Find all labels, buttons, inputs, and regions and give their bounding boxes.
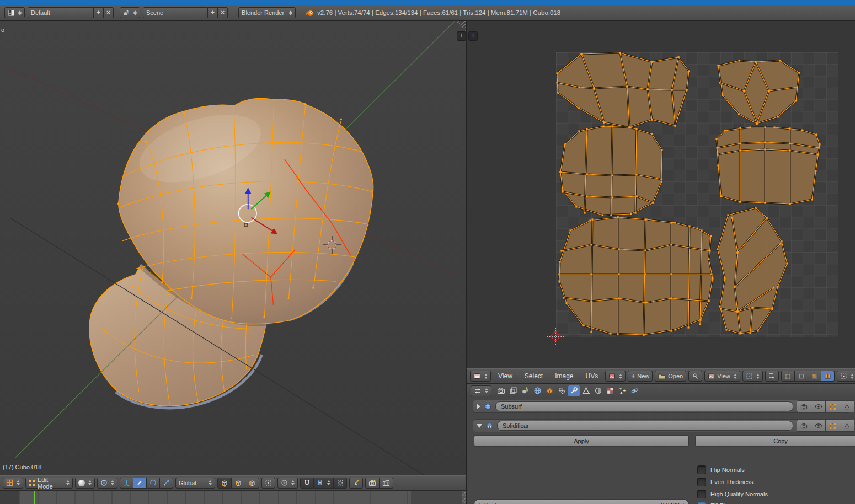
scene-browse-button[interactable] xyxy=(120,7,140,18)
face-select-mode-button[interactable] xyxy=(245,478,259,489)
editor-type-button[interactable] xyxy=(4,7,25,18)
modifier-name-field[interactable]: Solidificar xyxy=(497,421,793,431)
modifier-render-toggle[interactable] xyxy=(797,420,811,432)
tab-texture[interactable] xyxy=(605,385,616,396)
tab-render[interactable] xyxy=(495,385,507,396)
modifier-cage-toggle[interactable] xyxy=(840,420,854,432)
uv-island-brim[interactable] xyxy=(557,53,689,127)
modifier-panel-solidify[interactable]: Solidificar xyxy=(473,419,851,432)
menu-select[interactable]: Select xyxy=(520,369,548,383)
limit-to-visible-button[interactable] xyxy=(261,478,275,489)
tab-modifiers[interactable] xyxy=(568,385,580,396)
modifier-viewport-toggle[interactable] xyxy=(811,400,826,412)
open-image-button[interactable]: Open xyxy=(655,371,686,382)
uv-face-select-button[interactable] xyxy=(808,371,821,382)
uv-image-editor[interactable]: + xyxy=(466,21,855,368)
snap-toggle-button[interactable] xyxy=(300,478,314,489)
apply-modifier-button[interactable]: Apply xyxy=(474,435,689,447)
screen-layout-value: Default xyxy=(31,9,50,16)
pin-image-button[interactable] xyxy=(688,371,702,382)
tab-material[interactable] xyxy=(592,385,604,396)
high-quality-normals-row[interactable]: High Quality Normals xyxy=(697,489,768,500)
modifier-render-toggle[interactable] xyxy=(797,400,811,412)
copy-modifier-button[interactable]: Copy xyxy=(695,435,855,447)
current-frame-marker[interactable] xyxy=(34,491,35,504)
add-layout-button[interactable]: + xyxy=(94,7,104,18)
flip-normals-checkbox[interactable] xyxy=(697,465,706,474)
tab-object-data[interactable] xyxy=(580,385,592,396)
render-animation-button[interactable] xyxy=(380,478,393,489)
sticky-selection-select[interactable] xyxy=(837,371,855,382)
screen-layout-field[interactable]: Default xyxy=(28,7,94,18)
3d-viewport[interactable]: o (17) Cubo.018 + xyxy=(0,21,466,475)
uv-face-icon xyxy=(811,373,818,380)
manipulator-rotate-toggle[interactable] xyxy=(147,478,160,489)
new-image-button[interactable]: + New xyxy=(628,371,653,382)
region-resize-grip[interactable] xyxy=(462,492,466,503)
delete-layout-button[interactable]: × xyxy=(104,7,114,18)
uv-edge-select-button[interactable] xyxy=(795,371,808,382)
manipulator-scale-toggle[interactable] xyxy=(160,478,173,489)
fill-rim-checkbox[interactable]: ✓ xyxy=(697,501,706,504)
render-engine-select[interactable]: Blender Render xyxy=(238,7,296,18)
vertex-select-mode-button[interactable] xyxy=(217,478,232,489)
tab-scene[interactable] xyxy=(520,385,531,396)
uv-island-back-strip[interactable] xyxy=(718,208,787,334)
tab-object[interactable] xyxy=(544,385,555,396)
pivot-icon xyxy=(100,479,108,486)
manipulator-translate-toggle[interactable] xyxy=(133,478,147,489)
manipulator-axis-toggle[interactable] xyxy=(120,478,133,489)
tab-constraints[interactable] xyxy=(556,385,568,396)
add-scene-button[interactable]: + xyxy=(208,7,218,18)
pivot-point-select[interactable] xyxy=(97,478,117,489)
fill-rim-row[interactable]: ✓ Fill Rim xyxy=(697,500,731,504)
proportional-edit-select[interactable] xyxy=(277,478,298,489)
image-datablock-select[interactable] xyxy=(605,371,626,382)
tab-render-layers[interactable] xyxy=(507,385,519,396)
transform-orientation-select[interactable]: Global xyxy=(175,478,215,489)
tab-physics[interactable] xyxy=(629,385,640,396)
snap-peel-button[interactable] xyxy=(349,478,363,489)
thickness-field[interactable]: Thickness: 0.0400 xyxy=(474,499,689,504)
modifier-editmode-toggle[interactable] xyxy=(826,400,840,412)
modifier-name-field[interactable]: Subsurf xyxy=(495,401,793,411)
edge-select-mode-button[interactable] xyxy=(232,478,245,489)
menu-uvs[interactable]: UVs xyxy=(581,369,603,383)
toolshelf-expand-button[interactable]: + xyxy=(457,31,466,41)
uv-island-side-panel[interactable] xyxy=(560,126,662,215)
uv-island-band[interactable] xyxy=(717,127,820,204)
menu-image[interactable]: Image xyxy=(550,369,578,383)
thickness-label: Thickness: xyxy=(483,502,512,504)
viewport-shading-select[interactable] xyxy=(75,478,95,489)
even-thickness-checkbox[interactable] xyxy=(697,478,706,486)
scene-name-field[interactable]: Scene xyxy=(143,7,208,18)
3d-editor-type-button[interactable] xyxy=(3,478,23,489)
snap-element-select[interactable] xyxy=(314,478,334,489)
properties-editor-type-button[interactable] xyxy=(471,385,491,396)
modifier-panel-subsurf[interactable]: Subsurf xyxy=(473,400,851,413)
uv-pivot-select[interactable] xyxy=(742,371,763,382)
modifier-viewport-toggle[interactable] xyxy=(811,420,826,432)
delete-scene-button[interactable]: × xyxy=(218,7,228,18)
uv-island-crown-main[interactable] xyxy=(559,217,713,335)
high-quality-normals-checkbox[interactable] xyxy=(697,490,706,498)
display-channels-select[interactable]: View xyxy=(704,371,740,382)
tab-particles[interactable] xyxy=(617,385,628,396)
render-opengl-button[interactable] xyxy=(365,478,380,489)
snap-target-button[interactable] xyxy=(334,478,347,489)
modifier-cage-toggle[interactable] xyxy=(840,400,854,412)
uv-island-crown-top[interactable] xyxy=(718,61,799,124)
menu-view[interactable]: View xyxy=(493,369,517,383)
tab-world[interactable] xyxy=(532,385,543,396)
timeline-strip[interactable] xyxy=(0,490,466,504)
collapse-triangle-icon[interactable] xyxy=(477,424,482,428)
uv-island-select-button[interactable] xyxy=(821,371,835,382)
uv-vertex-select-button[interactable] xyxy=(781,371,795,382)
image-editor-type-button[interactable] xyxy=(470,371,491,382)
expand-triangle-icon[interactable] xyxy=(477,404,480,409)
uv-sync-selection-toggle[interactable] xyxy=(765,371,779,382)
mode-select[interactable]: Edit Mode xyxy=(25,478,73,489)
flip-normals-row[interactable]: Flip Normals xyxy=(697,464,745,475)
modifier-editmode-toggle[interactable] xyxy=(826,420,840,432)
even-thickness-row[interactable]: Even Thickness xyxy=(697,476,753,487)
